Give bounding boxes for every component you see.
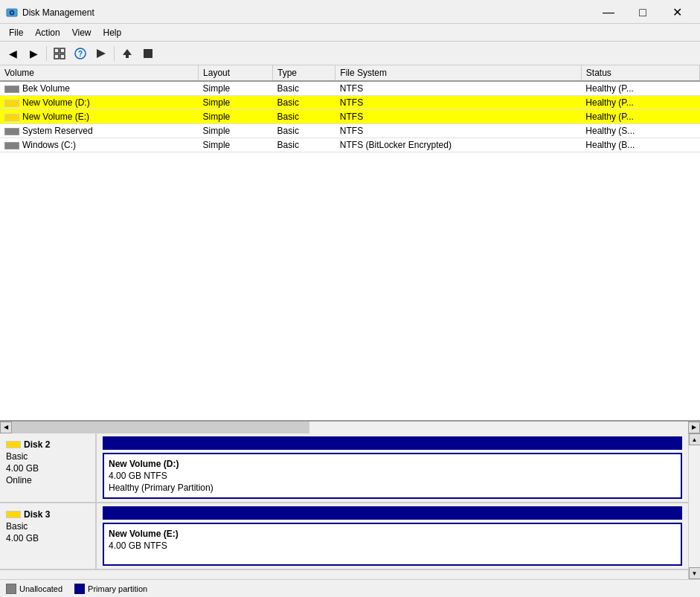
toolbar-sep-1 xyxy=(46,46,47,61)
v-scrollbar[interactable]: ▲ ▼ xyxy=(688,433,700,579)
cell-status: Healthy (P... xyxy=(581,110,699,124)
menu-view[interactable]: View xyxy=(66,26,97,39)
volume-table: Volume Layout Type File System Status Be… xyxy=(0,65,700,152)
legend-primary: Primary partition xyxy=(74,584,147,594)
legend-unallocated-label: Unallocated xyxy=(19,584,62,593)
partition-fs: 4.00 GB NTFS xyxy=(109,540,676,551)
menu-action[interactable]: Action xyxy=(29,26,65,39)
toolbar-grid[interactable] xyxy=(50,45,69,62)
table-area[interactable]: Volume Layout Type File System Status Be… xyxy=(0,65,700,422)
menu-file[interactable]: File xyxy=(3,26,29,39)
cell-fs: NTFS xyxy=(335,124,581,138)
disk-content: New Volume (E:) 4.00 GB NTFS xyxy=(97,503,688,569)
cell-volume: Windows (C:) xyxy=(0,138,199,152)
legend-primary-color xyxy=(74,584,85,594)
scroll-up-btn[interactable]: ▲ xyxy=(689,433,701,445)
minimize-button[interactable]: — xyxy=(591,1,626,24)
table-row[interactable]: New Volume (E:) Simple Basic NTFS Health… xyxy=(0,110,700,124)
title-bar-left: Disk Management xyxy=(6,7,94,19)
toolbar-sep-2 xyxy=(114,46,115,61)
legend-primary-label: Primary partition xyxy=(88,584,147,593)
cell-volume: New Volume (D:) xyxy=(0,96,199,110)
partition-name: New Volume (E:) xyxy=(109,529,676,539)
table-body: Bek Volume Simple Basic NTFS Healthy (P.… xyxy=(0,81,700,152)
title-bar-controls: — □ ✕ xyxy=(591,1,694,24)
svg-rect-3 xyxy=(54,48,59,53)
disk-bar xyxy=(103,506,682,520)
disk-size: 4.00 GB xyxy=(6,533,89,543)
table-row[interactable]: System Reserved Simple Basic NTFS Health… xyxy=(0,124,700,138)
disk-icon xyxy=(6,511,21,518)
bottom-scroll-area[interactable]: Disk 2 Basic 4.00 GB Online New Volume (… xyxy=(0,433,700,579)
disk-label: Disk 3 Basic 4.00 GB xyxy=(0,503,97,569)
cell-layout: Simple xyxy=(199,81,273,96)
col-volume: Volume xyxy=(0,65,199,81)
v-scroll-track[interactable] xyxy=(689,445,700,567)
title-bar: Disk Management — □ ✕ xyxy=(0,0,700,24)
disk-row: Disk 2 Basic 4.00 GB Online New Volume (… xyxy=(0,433,688,503)
cell-status: Healthy (P... xyxy=(581,81,699,96)
cell-type: Basic xyxy=(273,96,335,110)
toolbar-play[interactable] xyxy=(91,45,111,62)
scroll-right-btn[interactable]: ▶ xyxy=(688,422,700,433)
partition-box[interactable]: New Volume (D:) 4.00 GB NTFS Healthy (Pr… xyxy=(103,453,682,499)
grid-icon xyxy=(54,48,65,59)
partition-status: Healthy (Primary Partition) xyxy=(109,483,676,493)
cell-type: Basic xyxy=(273,138,335,152)
toolbar-arrow[interactable] xyxy=(118,45,137,62)
table-row[interactable]: Bek Volume Simple Basic NTFS Healthy (P.… xyxy=(0,81,700,96)
partition-fs: 4.00 GB NTFS xyxy=(109,471,676,481)
disk-label-title: Disk 3 xyxy=(6,509,89,520)
table-row[interactable]: Windows (C:) Simple Basic NTFS (BitLocke… xyxy=(0,138,700,152)
scroll-track[interactable] xyxy=(12,422,688,433)
table-row[interactable]: New Volume (D:) Simple Basic NTFS Health… xyxy=(0,96,700,110)
partition-name: New Volume (D:) xyxy=(109,459,676,469)
toolbar-help[interactable]: ? xyxy=(71,45,90,62)
disk-label-title: Disk 2 xyxy=(6,439,89,450)
stop-icon xyxy=(142,48,154,59)
cell-layout: Simple xyxy=(199,124,273,138)
scroll-down-btn[interactable]: ▼ xyxy=(689,567,701,579)
disk-bar xyxy=(103,436,682,450)
legend-unallocated-color xyxy=(6,584,16,594)
col-type: Type xyxy=(273,65,335,81)
cell-layout: Simple xyxy=(199,138,273,152)
partition-box[interactable]: New Volume (E:) 4.00 GB NTFS xyxy=(103,523,682,566)
toolbar-stop[interactable] xyxy=(138,45,158,62)
close-button[interactable]: ✕ xyxy=(660,1,694,24)
cell-status: Healthy (S... xyxy=(581,124,699,138)
cell-fs: NTFS xyxy=(335,110,581,124)
cell-fs: NTFS (BitLocker Encrypted) xyxy=(335,138,581,152)
help-icon: ? xyxy=(74,48,86,59)
svg-text:?: ? xyxy=(78,50,83,58)
menu-bar: File Action View Help xyxy=(0,24,700,42)
scroll-left-btn[interactable]: ◀ xyxy=(0,422,12,433)
play-icon xyxy=(95,48,107,59)
cell-layout: Simple xyxy=(199,96,273,110)
main-area: Volume Layout Type File System Status Be… xyxy=(0,65,700,597)
cell-type: Basic xyxy=(273,124,335,138)
cell-status: Healthy (B... xyxy=(581,138,699,152)
disk-label: Disk 2 Basic 4.00 GB Online xyxy=(0,433,97,502)
col-layout: Layout xyxy=(199,65,273,81)
svg-rect-10 xyxy=(144,49,152,58)
h-scrollbar[interactable]: ◀ ▶ xyxy=(0,422,700,433)
disk-list: Disk 2 Basic 4.00 GB Online New Volume (… xyxy=(0,433,688,579)
cell-type: Basic xyxy=(273,110,335,124)
toolbar-forward[interactable]: ▶ xyxy=(24,45,43,62)
maximize-button[interactable]: □ xyxy=(626,1,660,24)
scroll-thumb xyxy=(12,422,309,433)
svg-marker-9 xyxy=(97,49,106,58)
disk-type: Basic xyxy=(6,521,89,532)
table-header: Volume Layout Type File System Status xyxy=(0,65,700,81)
app-icon xyxy=(6,7,18,19)
col-status: Status xyxy=(581,65,699,81)
cell-volume: Bek Volume xyxy=(0,81,199,96)
cell-fs: NTFS xyxy=(335,96,581,110)
svg-point-2 xyxy=(11,12,13,13)
arrow-icon xyxy=(121,48,133,59)
toolbar-back[interactable]: ◀ xyxy=(3,45,22,62)
col-fs: File System xyxy=(335,65,581,81)
menu-help[interactable]: Help xyxy=(97,26,128,39)
disk-size: 4.00 GB xyxy=(6,463,89,474)
